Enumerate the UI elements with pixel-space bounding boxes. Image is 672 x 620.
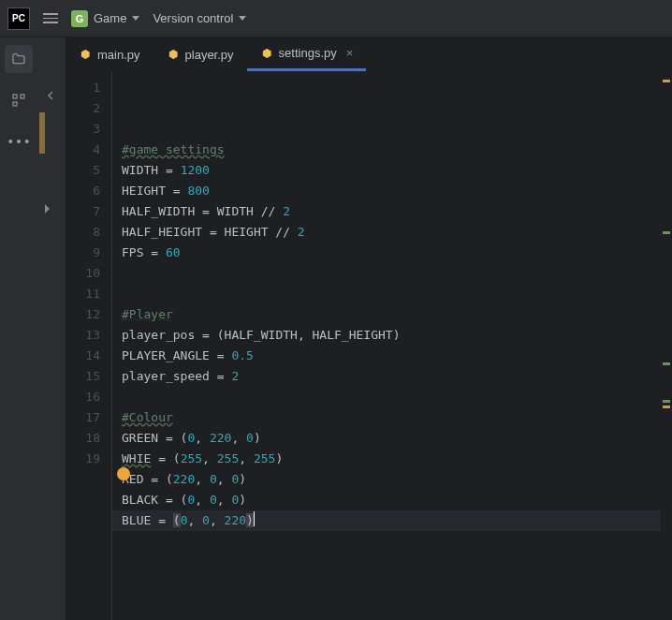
svg-rect-2: [13, 102, 17, 106]
code-line[interactable]: HALF_WIDTH = WIDTH // 2: [122, 201, 651, 222]
code-line[interactable]: #Colour: [122, 407, 651, 428]
line-number: 1: [66, 78, 100, 98]
change-marker: [39, 112, 45, 154]
project-name: Game: [94, 11, 126, 25]
svg-rect-1: [21, 95, 24, 98]
editor-tab[interactable]: ⬢player.py: [153, 37, 247, 71]
line-number: 4: [66, 140, 100, 160]
line-number: 12: [66, 304, 100, 325]
svg-rect-0: [13, 95, 17, 98]
code-line[interactable]: FPS = 60: [122, 243, 651, 263]
code-line[interactable]: BLACK = (0, 0, 0): [122, 490, 651, 510]
collapse-icon[interactable]: [45, 90, 56, 104]
line-number: 9: [66, 243, 100, 263]
editor-tab[interactable]: ⬢settings.py×: [247, 37, 367, 71]
line-number: 6: [66, 181, 100, 201]
code-line[interactable]: HEIGHT = 800: [122, 181, 651, 201]
python-icon: ⬢: [167, 48, 180, 61]
line-number: 19: [66, 449, 100, 469]
scrollbar-mark[interactable]: [663, 231, 670, 234]
line-number: 16: [66, 387, 100, 407]
app-logo: PC: [7, 7, 30, 30]
tab-label: settings.py: [279, 46, 337, 60]
structure-icon: [11, 93, 26, 108]
project-dropdown[interactable]: G Game: [71, 10, 139, 27]
code-line[interactable]: player_pos = (HALF_WIDTH, HALF_HEIGHT): [122, 325, 651, 346]
title-bar: PC G Game Version control: [0, 0, 672, 37]
structure-tool-button[interactable]: [5, 86, 33, 114]
close-icon[interactable]: ×: [343, 46, 354, 60]
code-line[interactable]: #game settings: [122, 140, 651, 160]
line-number: 17: [66, 407, 100, 428]
editor-scrollbar[interactable]: [661, 72, 672, 620]
scrollbar-mark[interactable]: [663, 362, 670, 365]
tool-window-bar: [0, 37, 37, 620]
code-line[interactable]: [122, 263, 651, 284]
code-line[interactable]: RED = (220, 0, 0): [122, 469, 651, 490]
vcs-dropdown[interactable]: Version control: [153, 11, 246, 25]
main-menu-icon[interactable]: [43, 13, 58, 23]
line-number: 7: [66, 201, 100, 222]
chevron-down-icon: [239, 16, 246, 21]
code-editor[interactable]: #game settingsWIDTH = 1200HEIGHT = 800HA…: [112, 72, 661, 620]
line-number: 8: [66, 222, 100, 243]
code-line[interactable]: BLUE = (0, 0, 220): [112, 510, 661, 531]
line-number: 2: [66, 98, 100, 119]
code-line[interactable]: #Player: [122, 304, 651, 325]
vcs-label: Version control: [153, 11, 233, 25]
svg-point-5: [25, 140, 29, 143]
tab-label: player.py: [185, 48, 234, 62]
line-number: 11: [66, 284, 100, 304]
line-number: 3: [66, 119, 100, 140]
tab-label: main.py: [97, 48, 140, 62]
code-line[interactable]: WHIE = (255, 255, 255): [122, 449, 651, 469]
editor-tab[interactable]: ⬢main.py: [66, 37, 153, 71]
line-number: 5: [66, 160, 100, 181]
svg-point-3: [8, 140, 12, 143]
editor-tabs: ⬢main.py⬢player.py⬢settings.py×: [66, 37, 672, 72]
expand-icon[interactable]: [45, 204, 50, 214]
line-number: 10: [66, 263, 100, 284]
project-tool-button[interactable]: [5, 45, 33, 73]
project-badge: G: [71, 10, 88, 27]
code-line[interactable]: [122, 387, 651, 407]
python-icon: ⬢: [260, 47, 273, 60]
code-line[interactable]: PLAYER_ANGLE = 0.5: [122, 346, 651, 366]
dots-icon: [5, 127, 33, 155]
scrollbar-mark[interactable]: [663, 406, 670, 408]
folder-icon: [11, 52, 26, 66]
line-number: 15: [66, 366, 100, 387]
code-line[interactable]: [122, 284, 651, 304]
intention-bulb-icon[interactable]: [117, 467, 130, 480]
chevron-down-icon: [132, 16, 139, 21]
code-line[interactable]: HALF_HEIGHT = HEIGHT // 2: [122, 222, 651, 243]
line-number: 14: [66, 346, 100, 366]
breadcrumb-gutter: [37, 37, 66, 620]
code-line[interactable]: WIDTH = 1200: [122, 160, 651, 181]
code-line[interactable]: player_speed = 2: [122, 366, 651, 387]
scrollbar-mark[interactable]: [663, 400, 670, 403]
scrollbar-mark[interactable]: [663, 80, 670, 82]
python-icon: ⬢: [79, 48, 92, 61]
svg-point-4: [17, 140, 21, 143]
line-number: 13: [66, 325, 100, 346]
more-tools-button[interactable]: [5, 127, 33, 155]
line-number-gutter: 12345678910111213141516171819: [66, 72, 112, 620]
code-line[interactable]: GREEN = (0, 220, 0): [122, 428, 651, 449]
line-number: 18: [66, 428, 100, 449]
